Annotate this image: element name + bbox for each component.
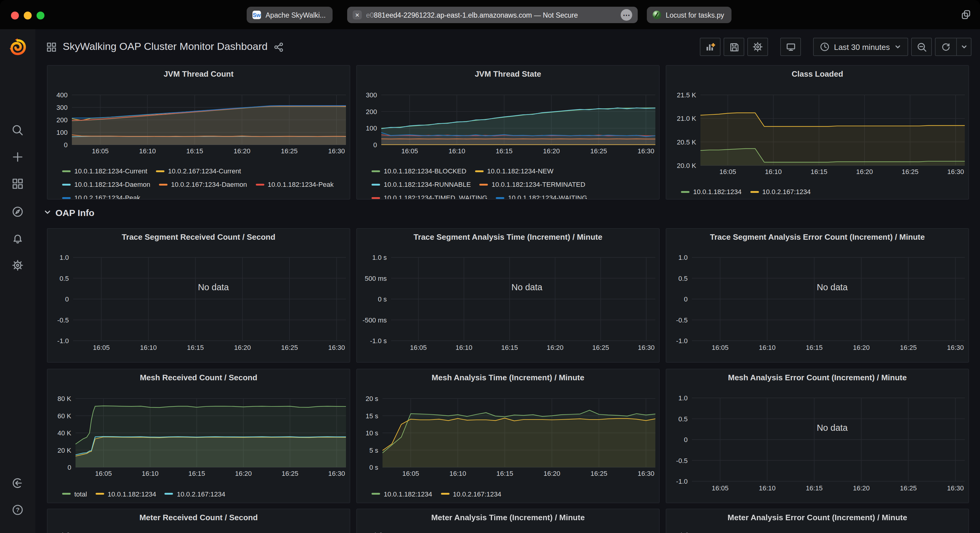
legend-item[interactable]: 10.0.1.182:1234-NEW [475,167,554,174]
legend-series-dash-icon [62,170,71,172]
panel-meter-received: Meter Received Count / Second1.0 [47,509,350,533]
legend-item[interactable]: 10.0.1.182:1234-TIMED_WAITING [372,194,487,200]
tab-locust[interactable]: Locust for tasks.py [647,7,732,23]
legend-item[interactable]: 10.0.1.182:1234 [95,490,156,497]
svg-text:-1.0: -1.0 [57,337,69,344]
svg-text:16:20: 16:20 [235,470,252,477]
more-options-icon[interactable]: ⋯ [620,9,632,21]
svg-text:16:15: 16:15 [806,484,822,492]
legend-item[interactable]: 10.0.2.167:1234 [165,490,225,497]
svg-text:16:30: 16:30 [328,470,345,477]
svg-text:16:15: 16:15 [496,147,512,155]
search-icon[interactable] [11,124,24,136]
chart-canvas-mesh-received: 020 K40 K60 K80 K16:0516:1016:1516:2016:… [48,369,350,503]
sign-in-icon[interactable] [11,477,24,489]
tab-label: Apache SkyWalki... [266,11,326,19]
svg-text:300: 300 [56,104,68,111]
help-icon[interactable]: ? [11,504,24,516]
legend-item[interactable]: 10.0.2.167:1234 [750,188,811,195]
legend-item[interactable]: 10.0.2.167:1234-Peak [62,194,140,200]
configuration-gear-icon[interactable] [11,259,24,271]
tab-apache-skywalking[interactable]: Sw Apache SkyWalki... [247,7,332,23]
panel-title-meter-received[interactable]: Meter Received Count / Second [48,513,350,522]
legend-series-dash-icon [372,493,380,495]
tab-overview-icon[interactable] [961,9,972,20]
close-icon[interactable]: ✕ [353,10,362,19]
legend-item[interactable]: 10.0.1.182:1234-TERMINATED [479,181,585,188]
legend-item[interactable]: 10.0.1.182:1234-BLOCKED [372,167,466,174]
legend-item[interactable]: 10.0.2.167:1234-Current [156,167,241,174]
refresh-button[interactable] [935,38,957,56]
svg-text:16:20: 16:20 [234,147,250,155]
legend-item[interactable]: 10.0.1.182:1234 [681,188,741,195]
legend-item[interactable]: 10.0.1.182:1234-Peak [256,181,334,188]
grafana-logo[interactable] [8,38,27,57]
legend-series-dash-icon [159,184,167,185]
zoom-out-button[interactable] [911,38,932,56]
svg-text:16:25: 16:25 [281,147,298,155]
svg-text:16:30: 16:30 [328,343,345,351]
svg-text:400: 400 [56,91,68,99]
y-tick-label: 1.0 [666,531,689,533]
svg-text:16:30: 16:30 [638,343,654,351]
explore-compass-icon[interactable] [11,206,24,218]
svg-text:16:15: 16:15 [186,147,203,155]
grafana-sidebar: ? [0,29,35,533]
panel-title-meter-analysis-error[interactable]: Meter Analysis Error Count (Increment) /… [666,513,969,522]
svg-text:15 s: 15 s [366,412,378,420]
legend-series-dash-icon [62,184,71,185]
tab-address-bar-active[interactable]: ✕ e0881eed4-22961232.ap-east-1.elb.amazo… [347,7,638,23]
svg-text:16:05: 16:05 [719,168,736,176]
dashboard-header: SkyWalking OAP Cluster Monitor Dashboard… [35,29,980,65]
legend-item[interactable]: 10.0.1.182:1234 [372,490,432,497]
legend-item[interactable]: 10.0.1.182:1234-Daemon [62,181,150,188]
dashboard-settings-button[interactable] [747,38,768,56]
save-dashboard-button[interactable] [724,38,744,56]
row-header-oap-info[interactable]: OAP Info [44,205,94,220]
svg-text:16:15: 16:15 [806,343,822,351]
svg-text:-0.5: -0.5 [57,316,69,324]
svg-text:10 s: 10 s [366,429,378,436]
svg-text:16:25: 16:25 [902,168,918,176]
svg-text:1.0 s: 1.0 s [372,254,387,261]
legend-series-dash-icon [256,184,264,185]
refresh-interval-dropdown[interactable] [957,38,972,56]
legend-item[interactable]: total [62,490,87,497]
page-title[interactable]: SkyWalking OAP Cluster Monitor Dashboard [63,41,268,53]
svg-text:200: 200 [366,108,377,116]
svg-text:?: ? [16,506,19,513]
svg-text:-0.5: -0.5 [676,316,688,324]
time-range-label: Last 30 minutes [834,42,890,51]
legend-item[interactable]: 10.0.1.182:1234-Current [62,167,147,174]
svg-text:16:05: 16:05 [401,147,418,155]
cycle-view-tv-button[interactable] [780,38,801,56]
legend-item[interactable]: 10.0.1.182:1234-WAITING [496,194,587,200]
panel-trace-received: Trace Segment Received Count / Second-1.… [47,228,350,362]
svg-text:16:10: 16:10 [759,484,776,492]
legend-item[interactable]: 10.0.2.167:1234 [441,490,501,497]
chart-canvas-mesh-analysis-time: 0 s5 s10 s15 s20 s16:0516:1016:1516:2016… [357,369,660,503]
chart-canvas-trace-analysis-error: -1.0-0.500.51.016:0516:1016:1516:2016:25… [666,228,969,362]
dashboards-icon[interactable] [11,178,24,190]
add-panel-button[interactable] [700,38,721,56]
svg-text:16:25: 16:25 [590,147,607,155]
legend-item[interactable]: 10.0.1.182:1234-RUNNABLE [372,181,471,188]
svg-text:0: 0 [65,295,69,303]
panel-title-meter-analysis-time[interactable]: Meter Analysis Time (Increment) / Minute [357,513,659,522]
row-header-label: OAP Info [56,207,94,217]
legend-item[interactable]: 10.0.2.167:1234-Daemon [159,181,247,188]
svg-text:100: 100 [366,124,377,132]
legend-series-dash-icon [475,170,484,172]
window-close-button[interactable] [11,11,19,19]
svg-text:-1.0: -1.0 [676,337,688,344]
alerting-bell-icon[interactable] [11,232,24,244]
window-minimize-button[interactable] [24,11,32,19]
svg-text:21.0 K: 21.0 K [677,115,696,122]
time-range-picker[interactable]: Last 30 minutes [813,38,908,56]
share-icon[interactable] [274,42,284,52]
svg-text:16:05: 16:05 [410,343,426,351]
window-zoom-button[interactable] [37,11,45,19]
skywalking-favicon-icon: Sw [252,10,261,19]
legend-series-dash-icon [156,170,164,172]
create-add-icon[interactable] [11,151,24,163]
